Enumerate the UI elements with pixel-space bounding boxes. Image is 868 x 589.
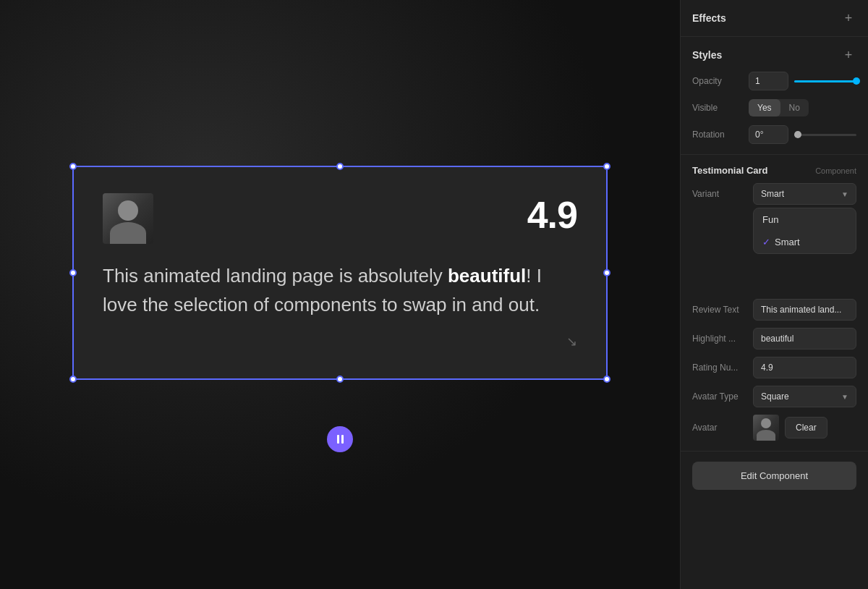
opacity-label: Opacity <box>692 76 743 86</box>
rating-label: Rating Nu... <box>692 363 747 373</box>
rating-input[interactable] <box>753 357 856 378</box>
resize-icon: ↘ <box>566 334 577 349</box>
component-section: Testimonial Card Component Variant Smart… <box>681 155 868 452</box>
opacity-slider[interactable] <box>794 80 856 82</box>
review-text-label: Review Text <box>692 305 747 315</box>
effects-header: Effects + <box>692 10 856 26</box>
handle-top-right[interactable] <box>603 163 610 170</box>
edit-component-button[interactable]: Edit Component <box>692 462 856 490</box>
rating-row: Rating Nu... <box>692 357 856 378</box>
avatar-type-arrow: ▼ <box>841 393 848 401</box>
avatar-type-row: Avatar Type Square ▼ <box>692 386 856 407</box>
styles-add-button[interactable]: + <box>841 47 856 63</box>
variant-dropdown-menu[interactable]: Fun ✓ Smart <box>753 208 856 254</box>
avatar-field-label: Avatar <box>692 423 747 433</box>
variant-dropdown-container: Smart ▼ Fun ✓ Smart <box>753 183 856 205</box>
fun-option-label: Fun <box>762 214 778 225</box>
variant-option-smart[interactable]: ✓ Smart <box>754 231 856 253</box>
variant-dropdown-arrow: ▼ <box>841 190 848 198</box>
visible-row: Visible Yes No <box>692 99 856 116</box>
canvas: 4.9 This animated landing page is absolu… <box>0 0 680 589</box>
avatar-thumbnail <box>753 415 779 441</box>
rotation-slider-thumb[interactable] <box>794 131 801 138</box>
card-footer: ↘ <box>103 334 577 349</box>
component-badge: Component <box>815 166 856 175</box>
rotation-slider[interactable] <box>794 134 856 136</box>
handle-left[interactable] <box>69 269 77 276</box>
variant-row: Variant Smart ▼ Fun ✓ Smart <box>692 183 856 205</box>
pause-bar-right <box>341 435 344 444</box>
review-text: This animated landing page is absolutely… <box>103 261 577 320</box>
effects-title: Effects <box>692 12 726 24</box>
avatar-row: Avatar Clear <box>692 415 856 441</box>
opacity-slider-thumb[interactable] <box>853 77 860 85</box>
visible-toggle-group: Yes No <box>749 99 809 116</box>
review-text-row: Review Text <box>692 299 856 321</box>
clear-button[interactable]: Clear <box>785 417 827 438</box>
avatar-type-value: Square <box>761 391 789 402</box>
effects-section: Effects + <box>681 0 868 37</box>
card-header: 4.9 <box>103 193 577 244</box>
highlight-label: Highlight ... <box>692 334 747 344</box>
handle-top-middle[interactable] <box>336 163 344 170</box>
highlight-input[interactable] <box>753 328 856 349</box>
component-header: Testimonial Card Component <box>692 165 856 176</box>
avatar-type-select[interactable]: Square ▼ <box>753 386 856 407</box>
handle-right[interactable] <box>603 269 610 276</box>
opacity-slider-fill <box>794 80 856 82</box>
styles-section: Styles + Opacity Visible Yes No Rotation <box>681 37 868 155</box>
highlight-row: Highlight ... <box>692 328 856 349</box>
opacity-row: Opacity <box>692 72 856 90</box>
rating-display: 4.9 <box>527 193 577 237</box>
rotation-row: Rotation <box>692 125 856 144</box>
variant-option-fun[interactable]: Fun <box>754 208 856 231</box>
styles-title: Styles <box>692 49 722 61</box>
opacity-input[interactable] <box>749 72 788 90</box>
testimonial-card[interactable]: 4.9 This animated landing page is absolu… <box>72 166 608 381</box>
visible-yes-button[interactable]: Yes <box>749 99 780 116</box>
component-title: Testimonial Card <box>692 165 768 176</box>
rotation-label: Rotation <box>692 130 743 140</box>
handle-bottom-middle[interactable] <box>336 376 344 383</box>
visible-no-button[interactable]: No <box>780 99 809 116</box>
smart-option-label: Smart <box>775 237 800 247</box>
avatar-type-label: Avatar Type <box>692 391 747 402</box>
card-wrapper: 4.9 This animated landing page is absolu… <box>72 166 608 381</box>
pause-button[interactable] <box>327 426 353 452</box>
variant-current-value: Smart <box>761 189 784 199</box>
visible-label: Visible <box>692 103 743 113</box>
rotation-input[interactable] <box>749 125 788 144</box>
pause-bar-left <box>337 435 339 444</box>
smart-check-icon: ✓ <box>762 237 770 247</box>
avatar <box>103 193 153 244</box>
effects-add-button[interactable]: + <box>841 10 856 26</box>
variant-select[interactable]: Smart ▼ <box>753 183 856 205</box>
avatar-field: Clear <box>753 415 827 441</box>
styles-header: Styles + <box>692 47 856 63</box>
handle-top-left[interactable] <box>69 163 77 170</box>
variant-label: Variant <box>692 189 747 199</box>
review-text-input[interactable] <box>753 299 856 321</box>
right-panel: Effects + Styles + Opacity Visible Yes N… <box>680 0 868 589</box>
highlight-word: beautiful <box>448 265 526 287</box>
